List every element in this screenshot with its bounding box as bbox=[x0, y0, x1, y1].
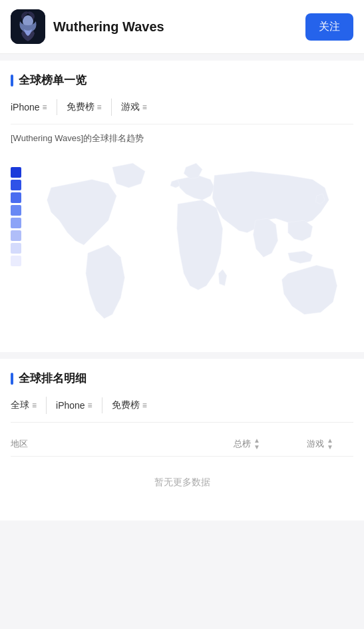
chart-filter-iphone[interactable]: iPhone ≡ bbox=[11, 99, 57, 115]
chart-filter-free[interactable]: 免费榜 ≡ bbox=[57, 99, 112, 116]
chart-filter-free-icon: ≡ bbox=[97, 103, 102, 112]
chart-filter-game-icon: ≡ bbox=[142, 103, 147, 112]
chart-filter-iphone-icon: ≡ bbox=[43, 103, 47, 112]
rank-filter-global[interactable]: 全球 ≡ bbox=[11, 397, 47, 414]
rank-detail-title: 全球排名明细 bbox=[11, 371, 353, 386]
rank-filter-free[interactable]: 免费榜 ≡ bbox=[102, 397, 156, 414]
world-map-svg bbox=[27, 154, 353, 340]
legend-swatch-5 bbox=[11, 218, 21, 228]
game-sort-icon: ▲ ▼ bbox=[327, 437, 333, 451]
follow-button[interactable]: 关注 bbox=[305, 13, 353, 41]
col-region-header: 地区 bbox=[11, 438, 207, 450]
rank-filter-free-label: 免费榜 bbox=[112, 399, 140, 411]
col-total-header[interactable]: 总榜 ▲ ▼ bbox=[207, 437, 287, 451]
chart-filter-free-label: 免费榜 bbox=[67, 101, 94, 113]
rank-detail-section: 全球排名明细 全球 ≡ iPhone ≡ 免费榜 ≡ 地区 总榜 ▲ ▼ 游戏 bbox=[0, 359, 364, 521]
chart-subtitle: [Wuthering Waves]的全球排名趋势 bbox=[11, 132, 353, 144]
app-icon bbox=[11, 9, 45, 44]
world-map-container bbox=[11, 154, 353, 340]
empty-state: 暂无更多数据 bbox=[11, 457, 353, 509]
rank-detail-title-bar bbox=[11, 373, 13, 385]
global-chart-title: 全球榜单一览 bbox=[11, 73, 353, 88]
col-game-header[interactable]: 游戏 ▲ ▼ bbox=[287, 437, 353, 451]
app-name-label: Wuthering Waves bbox=[53, 19, 305, 35]
legend-swatch-2 bbox=[11, 180, 21, 190]
legend-swatch-7 bbox=[11, 243, 21, 254]
chart-filter-iphone-label: iPhone bbox=[11, 102, 40, 112]
chart-filter-tabs: iPhone ≡ 免费榜 ≡ 游戏 ≡ bbox=[11, 99, 353, 124]
legend-swatch-4 bbox=[11, 205, 21, 216]
global-chart-section: 全球榜单一览 iPhone ≡ 免费榜 ≡ 游戏 ≡ [Wuthering Wa… bbox=[0, 61, 364, 352]
rank-filter-iphone-icon: ≡ bbox=[88, 401, 92, 410]
rank-filter-tabs: 全球 ≡ iPhone ≡ 免费榜 ≡ bbox=[11, 397, 353, 423]
legend-swatch-6 bbox=[11, 230, 21, 241]
legend-swatch-1 bbox=[11, 167, 21, 178]
rank-filter-free-icon: ≡ bbox=[142, 401, 147, 410]
total-sort-icon: ▲ ▼ bbox=[254, 437, 260, 451]
rank-filter-iphone[interactable]: iPhone ≡ bbox=[47, 397, 102, 413]
legend-swatch-8 bbox=[11, 256, 21, 266]
rank-filter-global-icon: ≡ bbox=[32, 401, 37, 410]
chart-filter-game[interactable]: 游戏 ≡ bbox=[112, 99, 156, 116]
section-title-bar bbox=[11, 75, 13, 87]
rank-table-header: 地区 总榜 ▲ ▼ 游戏 ▲ ▼ bbox=[11, 432, 353, 457]
rank-filter-global-label: 全球 bbox=[11, 399, 29, 411]
chart-filter-game-label: 游戏 bbox=[121, 101, 140, 113]
legend-swatch-3 bbox=[11, 192, 21, 203]
legend-bar bbox=[11, 154, 21, 340]
rank-filter-iphone-label: iPhone bbox=[56, 400, 85, 411]
app-header: Wuthering Waves 关注 bbox=[0, 0, 364, 54]
